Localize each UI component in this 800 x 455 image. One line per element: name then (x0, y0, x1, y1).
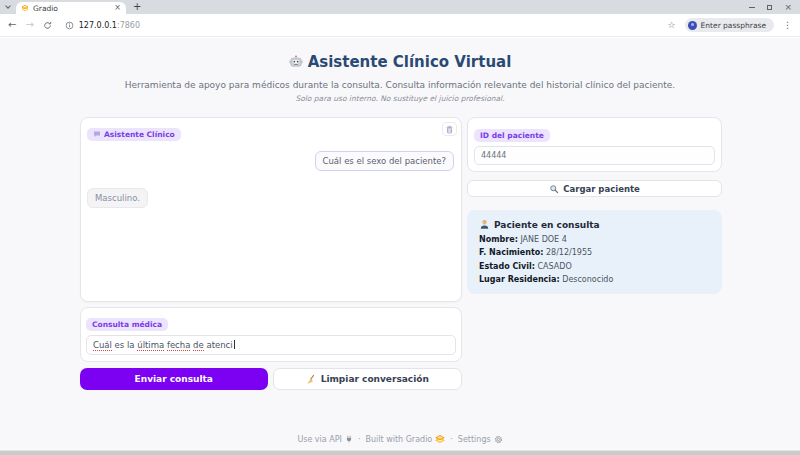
gradio-favicon-icon (21, 4, 29, 12)
send-query-button[interactable]: Enviar consulta (80, 368, 268, 390)
address-bar[interactable]: 127.0.0.1:7860 (65, 21, 140, 30)
url-text: 127.0.0.1:7860 (79, 21, 140, 30)
settings-link[interactable]: Settings (458, 435, 503, 444)
chevron-down-icon (5, 3, 11, 9)
gradio-app: Asistente Clínico Virtual Herramienta de… (0, 38, 800, 455)
chat-message-user: Cuál es el sexo del paciente? (315, 151, 454, 171)
gear-icon (494, 435, 503, 444)
window-controls: × (749, 3, 800, 12)
robot-icon (289, 55, 303, 69)
new-tab-button[interactable]: + (133, 2, 141, 12)
enter-passphrase-button[interactable]: Enter passphrase (685, 18, 774, 32)
bookmark-star-icon[interactable]: ☆ (668, 20, 676, 30)
magnifier-icon (549, 184, 559, 194)
tab-search-button[interactable] (0, 6, 16, 8)
browser-tab-gradio[interactable]: Gradio × (16, 2, 126, 14)
passphrase-icon (688, 21, 697, 30)
tab-title: Gradio (33, 4, 110, 13)
patient-id-label: ID del paciente (474, 129, 550, 142)
app-subtitle: Herramienta de apoyo para médicos durant… (0, 80, 800, 90)
chatbot-label: Asistente Clínico (87, 128, 181, 141)
minimize-icon[interactable] (749, 7, 755, 8)
broom-icon (306, 374, 317, 385)
trash-icon (445, 125, 454, 134)
chat-column: Asistente Clínico (80, 117, 462, 390)
close-icon[interactable]: × (784, 3, 792, 12)
patient-column: ID del paciente 44444 Cargar paciente (467, 117, 722, 390)
window-bottom-edge (0, 450, 800, 455)
clear-chat-button[interactable] (442, 122, 457, 136)
tab-close-icon[interactable]: × (114, 4, 121, 12)
maximize-icon[interactable] (767, 5, 772, 10)
app-disclaimer: Solo para uso interno. No sustituye el j… (0, 94, 800, 103)
gradio-logo-icon (435, 434, 445, 444)
person-icon (479, 219, 490, 230)
clear-conversation-button[interactable]: Limpiar conversación (273, 368, 463, 390)
action-buttons: Enviar consulta Limpiar conversación (80, 368, 462, 390)
patient-field-nacimiento: F. Nacimiento: 28/12/1955 (479, 248, 710, 257)
patient-field-nombre: Nombre: JANE DOE 4 (479, 235, 710, 244)
patient-field-residencia: Lugar Residencia: Desconocido (479, 275, 710, 284)
plug-icon (345, 435, 353, 443)
app-header: Asistente Clínico Virtual Herramienta de… (0, 38, 800, 103)
query-panel: Consulta médica Cuál es la última fecha … (80, 307, 462, 362)
chat-bubble-icon (93, 130, 101, 138)
query-textbox[interactable]: Cuál es la última fecha de atenci (86, 335, 456, 355)
browser-window: Gradio × + × ← → 127.0.0.1:7860 ☆ Enter … (0, 0, 800, 455)
text-caret (234, 340, 235, 349)
load-patient-button[interactable]: Cargar paciente (467, 180, 722, 197)
chatbot-panel: Asistente Clínico (80, 117, 462, 302)
reload-button[interactable] (43, 21, 52, 30)
query-label: Consulta médica (86, 318, 168, 331)
patient-info-card: Paciente en consulta Nombre: JANE DOE 4 … (467, 210, 722, 294)
use-via-api-link[interactable]: Use via API (297, 435, 353, 444)
browser-toolbar: ← → 127.0.0.1:7860 ☆ Enter passphrase ⋮ (0, 14, 800, 37)
forward-button[interactable]: → (25, 20, 33, 30)
patient-id-input[interactable]: 44444 (474, 146, 715, 165)
patient-id-panel: ID del paciente 44444 (467, 117, 722, 172)
patient-field-estado-civil: Estado Civil: CASADO (479, 262, 710, 271)
footer-separator: · (358, 435, 361, 444)
built-with-gradio-link[interactable]: Built with Gradio (365, 434, 445, 444)
gradio-footer: Use via API · Built with Gradio · (0, 434, 800, 444)
patient-card-title: Paciente en consulta (479, 219, 710, 230)
site-info-icon[interactable] (65, 21, 74, 30)
browser-menu-icon[interactable]: ⋮ (783, 20, 792, 30)
footer-separator: · (450, 435, 453, 444)
url-port: :7860 (117, 21, 140, 30)
tab-strip: Gradio × + × (0, 0, 800, 14)
page-title: Asistente Clínico Virtual (289, 53, 512, 71)
back-button[interactable]: ← (8, 20, 16, 30)
main-content: Asistente Clínico (80, 117, 722, 390)
chat-message-bot: Masculino. (87, 188, 148, 208)
